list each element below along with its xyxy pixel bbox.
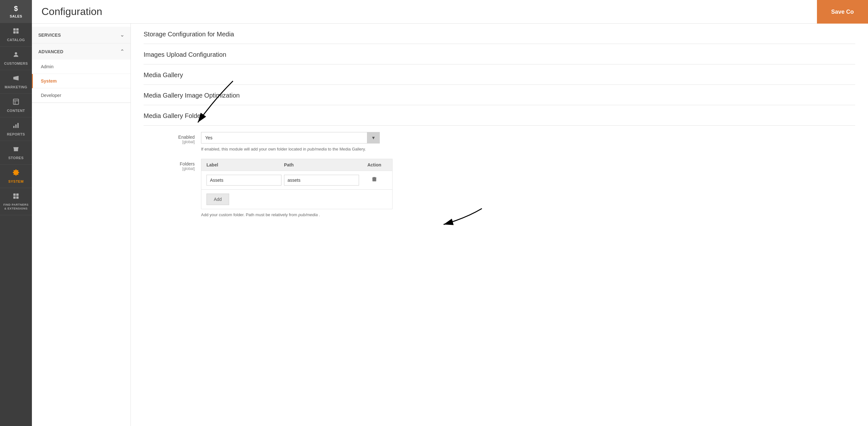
media-gallery-folder-title[interactable]: Media Gallery Folder: [144, 105, 855, 125]
svg-rect-6: [13, 126, 15, 128]
main-area: Configuration Save Co SERVICES ⌄ ADVANCE…: [32, 0, 868, 426]
folders-control: Label Path Action: [201, 159, 855, 217]
sidebar-item-find[interactable]: FIND PARTNERS & EXTENSIONS: [0, 188, 32, 215]
chevron-down-icon: ⌄: [120, 32, 124, 38]
sidebar-item-label: STORES: [8, 156, 24, 160]
delete-folder-button[interactable]: [369, 175, 380, 185]
folders-row: Folders [global] Label Path Action: [144, 159, 855, 217]
svg-rect-10: [16, 194, 19, 196]
svg-rect-7: [15, 124, 17, 128]
svg-rect-9: [13, 194, 16, 196]
svg-point-4: [15, 52, 17, 55]
trash-icon: [371, 176, 377, 182]
enabled-label-wrap: Enabled [global]: [144, 132, 201, 144]
reports-icon: [12, 122, 20, 131]
nav-section-services: SERVICES ⌄: [32, 27, 130, 43]
folders-label-wrap: Folders [global]: [144, 159, 201, 171]
table-row: [202, 171, 392, 190]
marketing-icon: [12, 75, 20, 84]
enabled-row: Enabled [global] Yes No ▼ If enabled,: [144, 132, 855, 153]
left-nav: SERVICES ⌄ ADVANCED ⌃ Admin System: [32, 24, 131, 426]
svg-rect-3: [16, 31, 19, 33]
sidebar-item-reports[interactable]: REPORTS: [0, 117, 32, 141]
sidebar-item-stores[interactable]: STORES: [0, 141, 32, 165]
folder-path-input[interactable]: [284, 175, 359, 186]
sidebar-item-label: CATALOG: [7, 38, 25, 42]
sidebar-item-label: CONTENT: [7, 109, 25, 112]
sidebar-item-label: MARKETING: [4, 85, 27, 89]
nav-section-advanced: ADVANCED ⌃ Admin System Developer: [32, 43, 130, 103]
enabled-control: Yes No ▼ If enabled, this module will ad…: [201, 132, 855, 153]
svg-rect-2: [13, 31, 16, 33]
folder-action-cell: [362, 175, 387, 185]
section-storage: Storage Configuration for Media: [144, 24, 855, 44]
sidebar-item-system[interactable]: SYSTEM: [0, 165, 32, 188]
col-header-label: Label: [207, 162, 284, 167]
sidebar-item-label: SALES: [9, 14, 22, 18]
media-gallery-title[interactable]: Media Gallery: [144, 64, 855, 85]
col-header-path: Path: [284, 162, 362, 167]
content-area: SERVICES ⌄ ADVANCED ⌃ Admin System: [32, 24, 868, 426]
advanced-label: ADVANCED: [38, 49, 63, 54]
catalog-icon: [12, 27, 20, 36]
svg-rect-11: [13, 196, 16, 199]
svg-rect-12: [16, 196, 19, 199]
sidebar: $ SALES CATALOG CUSTOMERS MARKETING CONT…: [0, 0, 32, 426]
save-button[interactable]: Save Co: [817, 0, 868, 24]
folder-path-cell: [284, 175, 362, 186]
sidebar-item-marketing[interactable]: MARKETING: [0, 70, 32, 94]
folders-footer-note: Add your custom folder. Path must be rel…: [201, 212, 393, 217]
svg-rect-1: [16, 28, 19, 31]
sidebar-item-label: SYSTEM: [8, 179, 24, 183]
section-media-gallery-opt: Media Gallery Image Optimization: [144, 85, 855, 105]
sidebar-item-label: REPORTS: [7, 132, 25, 136]
folders-label: Folders: [180, 161, 195, 166]
sidebar-item-customers[interactable]: CUSTOMERS: [0, 46, 32, 70]
folders-table: Label Path Action: [201, 159, 393, 209]
config-content: Storage Configuration for Media Images U…: [131, 24, 868, 426]
nav-item-developer[interactable]: Developer: [32, 88, 130, 103]
storage-title[interactable]: Storage Configuration for Media: [144, 24, 855, 44]
enabled-select-wrap: Yes No ▼: [201, 132, 380, 143]
advanced-sub-items: Admin System Developer: [32, 60, 130, 103]
chevron-up-icon: ⌃: [120, 48, 124, 55]
sidebar-item-content[interactable]: CONTENT: [0, 94, 32, 117]
add-folder-button[interactable]: Add: [207, 194, 229, 205]
col-header-action: Action: [362, 162, 387, 167]
nav-section-header-advanced[interactable]: ADVANCED ⌃: [32, 43, 130, 60]
stores-icon: [12, 145, 20, 154]
enabled-label: Enabled: [178, 135, 195, 140]
folder-label-input[interactable]: [207, 175, 281, 186]
system-icon: [12, 169, 20, 178]
sidebar-item-label: CUSTOMERS: [4, 62, 28, 65]
svg-rect-5: [13, 99, 19, 105]
sidebar-item-label: FIND PARTNERS & EXTENSIONS: [3, 203, 29, 210]
folder-label-cell: [207, 175, 284, 186]
nav-item-system[interactable]: System: [32, 74, 130, 88]
services-label: SERVICES: [38, 33, 61, 38]
select-dropdown-arrow: ▼: [367, 132, 380, 143]
svg-rect-8: [18, 123, 19, 128]
sales-icon: $: [14, 4, 18, 13]
content-icon: [12, 98, 20, 107]
section-media-gallery-folder: Media Gallery Folder Enabled [global] Ye…: [144, 105, 855, 227]
section-media-gallery: Media Gallery: [144, 64, 855, 85]
media-gallery-opt-title[interactable]: Media Gallery Image Optimization: [144, 85, 855, 105]
sidebar-item-catalog[interactable]: CATALOG: [0, 23, 32, 46]
enabled-sublabel: [global]: [144, 140, 195, 144]
customers-icon: [12, 51, 20, 60]
folders-table-header: Label Path Action: [202, 159, 392, 171]
enabled-description: If enabled, this module will add your ow…: [201, 146, 380, 153]
page-title: Configuration: [41, 6, 102, 18]
folders-sublabel: [global]: [144, 166, 195, 171]
find-icon: [12, 193, 20, 201]
nav-section-header-services[interactable]: SERVICES ⌄: [32, 27, 130, 43]
svg-rect-0: [13, 28, 16, 31]
nav-item-admin[interactable]: Admin: [32, 60, 130, 74]
enabled-select[interactable]: Yes No: [201, 132, 367, 143]
images-upload-title[interactable]: Images Upload Configuration: [144, 44, 855, 64]
section-images-upload: Images Upload Configuration: [144, 44, 855, 64]
add-folder-row: Add: [202, 190, 392, 209]
sidebar-item-sales[interactable]: $ SALES: [0, 0, 32, 23]
header: Configuration Save Co: [32, 0, 868, 24]
